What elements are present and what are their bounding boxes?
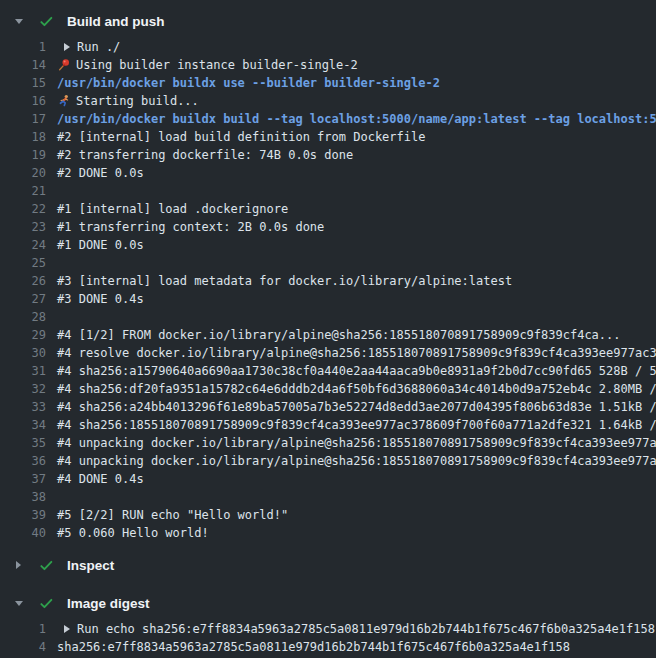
expand-run-icon[interactable]	[64, 625, 70, 633]
log-line-text: #4 sha256:185518070891758909c9f839cf4ca3…	[57, 416, 656, 434]
log-line-content: #4 DONE 0.4s	[57, 470, 144, 488]
log-line-text: #4 sha256:a24bb4013296f61e89ba57005a7b3e…	[57, 398, 656, 416]
log-line-content: #4 unpacking docker.io/library/alpine@sh…	[57, 452, 656, 470]
chevron-right-icon[interactable]	[13, 561, 24, 569]
log-line-content: #3 [internal] load metadata for docker.i…	[57, 272, 512, 290]
log-line-number[interactable]: 24	[0, 236, 46, 254]
log-line-number[interactable]: 29	[0, 326, 46, 344]
log-line-text: #4 sha256:df20fa9351a15782c64e6dddb2d4a6…	[57, 380, 656, 398]
log-line-number[interactable]: 18	[0, 128, 46, 146]
step-header-image-digest[interactable]: Image digest	[0, 588, 656, 618]
log-line: 36#4 unpacking docker.io/library/alpine@…	[0, 452, 656, 470]
log-line: 28	[0, 308, 656, 326]
log-line-content: #4 unpacking docker.io/library/alpine@sh…	[57, 434, 656, 452]
log-line: 17/usr/bin/docker buildx build --tag loc…	[0, 110, 656, 128]
log-line-number[interactable]: 20	[0, 164, 46, 182]
step-header-build-and-push[interactable]: Build and push	[0, 6, 656, 36]
log-line-number[interactable]: 26	[0, 272, 46, 290]
log-line-content: #2 [internal] load build definition from…	[57, 128, 425, 146]
log-line-number[interactable]: 14	[0, 56, 46, 74]
log-line-text: #4 [1/2] FROM docker.io/library/alpine@s…	[57, 326, 621, 344]
log-line-content: Using builder instance builder-single-2	[57, 56, 358, 74]
log-line-text: #4 sha256:a15790640a6690aa1730c38cf0a440…	[57, 362, 656, 380]
log-line-text: #1 [internal] load .dockerignore	[57, 200, 288, 218]
log-line-number[interactable]: 16	[0, 92, 46, 110]
expand-run-icon[interactable]	[64, 43, 70, 51]
log-line-content: #2 DONE 0.0s	[57, 164, 144, 182]
log-line-number[interactable]: 1	[0, 620, 46, 638]
log-line-number[interactable]: 36	[0, 452, 46, 470]
log-line-content: #3 DONE 0.4s	[57, 290, 144, 308]
log-line-number[interactable]: 39	[0, 506, 46, 524]
log-line-text: #3 DONE 0.4s	[57, 290, 144, 308]
chevron-down-icon[interactable]	[13, 19, 24, 24]
log-line-number[interactable]: 37	[0, 470, 46, 488]
step-log-lines: 1Run echo sha256:e7ff8834a5963a2785c5a08…	[0, 618, 656, 656]
log-line-text: Run ./	[77, 38, 120, 56]
log-line-content: #4 sha256:a15790640a6690aa1730c38cf0a440…	[57, 362, 656, 380]
log-line: 1Run echo sha256:e7ff8834a5963a2785c5a08…	[0, 620, 656, 638]
log-line-content: #1 DONE 0.0s	[57, 236, 144, 254]
log-line-text: #1 DONE 0.0s	[57, 236, 144, 254]
log-line-number[interactable]: 1	[0, 38, 46, 56]
log-line-content: Run ./	[57, 38, 120, 56]
log-line-text: #5 [2/2] RUN echo "Hello world!"	[57, 506, 288, 524]
log-line-number[interactable]: 40	[0, 524, 46, 542]
log-line-content: #4 [1/2] FROM docker.io/library/alpine@s…	[57, 326, 621, 344]
pushpin-icon	[57, 58, 71, 72]
log-line-number[interactable]: 38	[0, 488, 46, 506]
step-header-inspect[interactable]: Inspect	[0, 550, 656, 580]
log-line-text: Starting build...	[76, 92, 199, 110]
chevron-down-icon[interactable]	[13, 601, 24, 606]
log-line-text: /usr/bin/docker buildx use --builder bui…	[57, 74, 440, 92]
log-line-text: #4 DONE 0.4s	[57, 470, 144, 488]
success-check-icon	[39, 14, 54, 29]
log-line-content: #5 0.060 Hello world!	[57, 524, 209, 542]
log-line-content: Starting build...	[57, 92, 199, 110]
log-line-number[interactable]: 28	[0, 308, 46, 326]
log-line-text: #4 unpacking docker.io/library/alpine@sh…	[57, 434, 656, 452]
step-title: Inspect	[67, 558, 114, 573]
runner-icon	[57, 94, 71, 108]
log-line-text: #1 transferring context: 2B 0.0s done	[57, 218, 324, 236]
log-line-number[interactable]: 23	[0, 218, 46, 236]
log-line: 29#4 [1/2] FROM docker.io/library/alpine…	[0, 326, 656, 344]
log-line-number[interactable]: 35	[0, 434, 46, 452]
log-line-number[interactable]: 27	[0, 290, 46, 308]
log-line-number[interactable]: 4	[0, 638, 46, 656]
log-line-content: #1 transferring context: 2B 0.0s done	[57, 218, 324, 236]
log-line-number[interactable]: 25	[0, 254, 46, 272]
log-line-text: #4 resolve docker.io/library/alpine@sha2…	[57, 344, 656, 362]
actions-log: Build and push1Run ./14Using builder ins…	[0, 0, 656, 656]
log-line: 31#4 sha256:a15790640a6690aa1730c38cf0a4…	[0, 362, 656, 380]
log-line-content: #4 sha256:df20fa9351a15782c64e6dddb2d4a6…	[57, 380, 656, 398]
log-line: 15/usr/bin/docker buildx use --builder b…	[0, 74, 656, 92]
log-line-text: #2 transferring dockerfile: 74B 0.0s don…	[57, 146, 353, 164]
log-line-number[interactable]: 17	[0, 110, 46, 128]
log-line: 1Run ./	[0, 38, 656, 56]
log-line: 39#5 [2/2] RUN echo "Hello world!"	[0, 506, 656, 524]
log-line-number[interactable]: 21	[0, 182, 46, 200]
log-line-number[interactable]: 32	[0, 380, 46, 398]
log-line: 4sha256:e7ff8834a5963a2785c5a0811e979d16…	[0, 638, 656, 656]
step-log-lines: 1Run ./14Using builder instance builder-…	[0, 36, 656, 542]
log-line: 33#4 sha256:a24bb4013296f61e89ba57005a7b…	[0, 398, 656, 416]
log-line: 14Using builder instance builder-single-…	[0, 56, 656, 74]
step-title: Build and push	[67, 14, 165, 29]
log-line-content: #1 [internal] load .dockerignore	[57, 200, 288, 218]
log-line-number[interactable]: 19	[0, 146, 46, 164]
log-line-number[interactable]: 30	[0, 344, 46, 362]
log-line-number[interactable]: 31	[0, 362, 46, 380]
log-line: 21	[0, 182, 656, 200]
log-line-content: #5 [2/2] RUN echo "Hello world!"	[57, 506, 288, 524]
log-line-number[interactable]: 34	[0, 416, 46, 434]
log-line: 40#5 0.060 Hello world!	[0, 524, 656, 542]
log-line-number[interactable]: 33	[0, 398, 46, 416]
success-check-icon	[39, 558, 54, 573]
log-line: 25	[0, 254, 656, 272]
log-line-number[interactable]: 22	[0, 200, 46, 218]
step-title: Image digest	[67, 596, 150, 611]
log-line: 30#4 resolve docker.io/library/alpine@sh…	[0, 344, 656, 362]
log-line-number[interactable]: 15	[0, 74, 46, 92]
log-line-content: Run echo sha256:e7ff8834a5963a2785c5a081…	[57, 620, 655, 638]
